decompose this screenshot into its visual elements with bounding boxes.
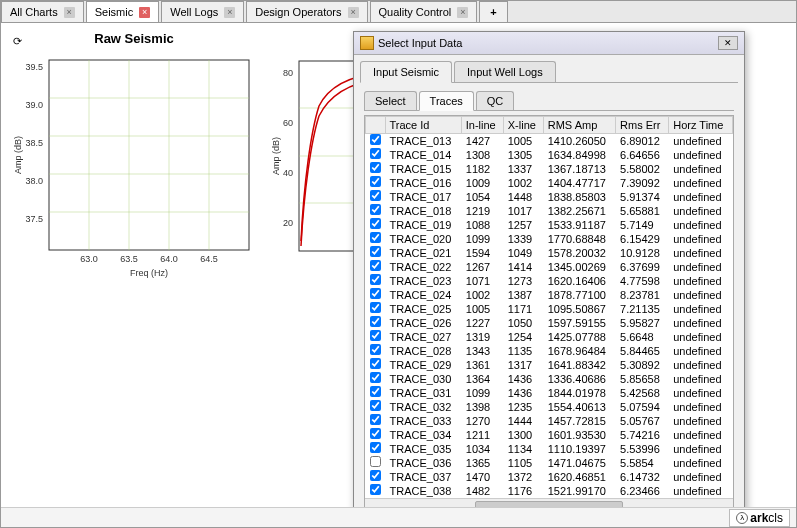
brand-logo[interactable]: λ arkcls [729, 509, 790, 527]
cell-rms: 1678.96484 [543, 344, 615, 358]
table-row[interactable]: TRACE_022126714141345.002696.37699undefi… [366, 260, 733, 274]
row-checkbox[interactable] [370, 190, 381, 201]
table-row[interactable]: TRACE_037147013721620.468516.14732undefi… [366, 470, 733, 484]
table-row[interactable]: TRACE_014130813051634.849986.64656undefi… [366, 148, 733, 162]
cell-xline: 1436 [503, 386, 543, 400]
tab-close-icon[interactable]: × [64, 7, 75, 18]
row-checkbox[interactable] [370, 344, 381, 355]
cell-horz: undefined [669, 428, 733, 442]
table-row[interactable]: TRACE_029136113171641.883425.30892undefi… [366, 358, 733, 372]
row-checkbox[interactable] [370, 414, 381, 425]
row-checkbox[interactable] [370, 218, 381, 229]
table-row[interactable]: TRACE_032139812351554.406135.07594undefi… [366, 400, 733, 414]
row-checkbox[interactable] [370, 484, 381, 495]
svg-text:64.5: 64.5 [200, 254, 218, 264]
row-checkbox[interactable] [370, 288, 381, 299]
cell-id: TRACE_018 [385, 204, 461, 218]
svg-text:Amp (dB): Amp (dB) [271, 137, 281, 175]
row-checkbox[interactable] [370, 442, 381, 453]
table-row[interactable]: TRACE_033127014441457.728155.05767undefi… [366, 414, 733, 428]
cell-xline: 1005 [503, 134, 543, 149]
table-row[interactable]: TRACE_027131912541425.077885.6648undefin… [366, 330, 733, 344]
table-row[interactable]: TRACE_015118213371367.187135.58002undefi… [366, 162, 733, 176]
cell-id: TRACE_014 [385, 148, 461, 162]
tab-close-icon[interactable]: × [457, 7, 468, 18]
cell-id: TRACE_034 [385, 428, 461, 442]
cell-inline: 1319 [461, 330, 503, 344]
main-tab-design-operators[interactable]: Design Operators× [246, 1, 367, 22]
row-checkbox[interactable] [370, 176, 381, 187]
row-checkbox[interactable] [370, 162, 381, 173]
row-checkbox[interactable] [370, 232, 381, 243]
sub-tab-qc[interactable]: QC [476, 91, 515, 110]
cell-rms: 1770.68848 [543, 232, 615, 246]
traces-table-scroll[interactable]: Trace Id In-line X-line RMS Amp Rms Err … [365, 116, 733, 498]
row-checkbox[interactable] [370, 456, 381, 467]
table-row[interactable]: TRACE_034121113001601.935305.74216undefi… [366, 428, 733, 442]
col-rms-err[interactable]: Rms Err [616, 117, 669, 134]
table-row[interactable]: TRACE_023107112731620.164064.77598undefi… [366, 274, 733, 288]
col-rms-amp[interactable]: RMS Amp [543, 117, 615, 134]
add-tab-button[interactable]: + [479, 1, 507, 22]
col-trace-id[interactable]: Trace Id [385, 117, 461, 134]
table-row[interactable]: TRACE_036136511051471.046755.5854undefin… [366, 456, 733, 470]
cell-horz: undefined [669, 148, 733, 162]
tab-close-icon[interactable]: × [348, 7, 359, 18]
table-row[interactable]: TRACE_031109914361844.019785.42568undefi… [366, 386, 733, 400]
table-row[interactable]: TRACE_020109913391770.688486.15429undefi… [366, 232, 733, 246]
table-row[interactable]: TRACE_019108812571533.911875.7149undefin… [366, 218, 733, 232]
tab-close-icon[interactable]: × [224, 7, 235, 18]
main-tab-seismic[interactable]: Seismic× [86, 1, 160, 22]
row-checkbox[interactable] [370, 428, 381, 439]
table-row[interactable]: TRACE_030136414361336.406865.85658undefi… [366, 372, 733, 386]
row-checkbox[interactable] [370, 330, 381, 341]
row-checkbox[interactable] [370, 316, 381, 327]
row-checkbox[interactable] [370, 372, 381, 383]
row-checkbox[interactable] [370, 274, 381, 285]
cell-xline: 1134 [503, 442, 543, 456]
row-checkbox[interactable] [370, 358, 381, 369]
table-row[interactable]: TRACE_026122710501597.591555.95827undefi… [366, 316, 733, 330]
main-tab-quality-control[interactable]: Quality Control× [370, 1, 478, 22]
table-row[interactable]: TRACE_024100213871878.771008.23781undefi… [366, 288, 733, 302]
table-row[interactable]: TRACE_035103411341110.193975.53996undefi… [366, 442, 733, 456]
main-tab-well-logs[interactable]: Well Logs× [161, 1, 244, 22]
col-inline[interactable]: In-line [461, 117, 503, 134]
sub-tab-select[interactable]: Select [364, 91, 417, 110]
table-row[interactable]: TRACE_013142710051410.260506.89012undefi… [366, 134, 733, 149]
cell-inline: 1267 [461, 260, 503, 274]
table-row[interactable]: TRACE_021159410491578.2003210.9128undefi… [366, 246, 733, 260]
tab-input-seismic[interactable]: Input Seismic [360, 61, 452, 83]
table-row[interactable]: TRACE_017105414481838.858035.91374undefi… [366, 190, 733, 204]
row-checkbox[interactable] [370, 386, 381, 397]
col-horz-time[interactable]: Horz Time [669, 117, 733, 134]
dialog-close-button[interactable]: ✕ [718, 36, 738, 50]
cell-horz: undefined [669, 246, 733, 260]
refresh-icon[interactable]: ⟳ [13, 35, 22, 48]
row-checkbox[interactable] [370, 470, 381, 481]
cell-horz: undefined [669, 344, 733, 358]
table-row[interactable]: TRACE_016100910021404.477177.39092undefi… [366, 176, 733, 190]
brand-mark-icon: λ [736, 512, 748, 524]
row-checkbox[interactable] [370, 400, 381, 411]
row-checkbox[interactable] [370, 260, 381, 271]
tab-close-icon[interactable]: × [139, 7, 150, 18]
row-checkbox[interactable] [370, 134, 381, 145]
col-check[interactable] [366, 117, 386, 134]
sub-tab-traces[interactable]: Traces [419, 91, 474, 111]
row-checkbox[interactable] [370, 148, 381, 159]
tab-input-well-logs[interactable]: Input Well Logs [454, 61, 556, 82]
table-row[interactable]: TRACE_018121910171382.256715.65881undefi… [366, 204, 733, 218]
table-row[interactable]: TRACE_038148211761521.991706.23466undefi… [366, 484, 733, 498]
cell-id: TRACE_023 [385, 274, 461, 288]
col-xline[interactable]: X-line [503, 117, 543, 134]
dialog-titlebar[interactable]: Select Input Data ✕ [354, 32, 744, 55]
table-row[interactable]: TRACE_025100511711095.508677.21135undefi… [366, 302, 733, 316]
row-checkbox[interactable] [370, 204, 381, 215]
main-tab-all-charts[interactable]: All Charts× [1, 1, 84, 22]
tab-label: All Charts [10, 6, 58, 18]
cell-inline: 1009 [461, 176, 503, 190]
row-checkbox[interactable] [370, 246, 381, 257]
row-checkbox[interactable] [370, 302, 381, 313]
table-row[interactable]: TRACE_028134311351678.964845.84465undefi… [366, 344, 733, 358]
